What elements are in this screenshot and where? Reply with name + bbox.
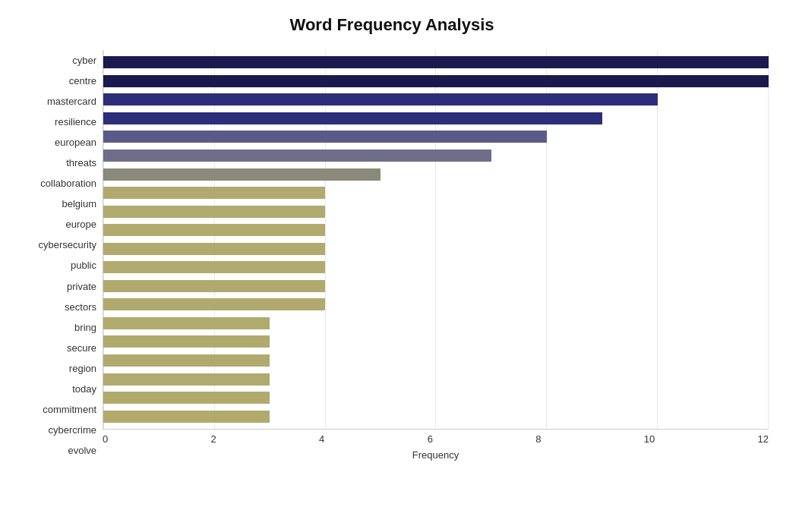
bars-wrapper [103, 50, 769, 429]
x-axis-label: Frequency [103, 449, 769, 461]
y-label: european [55, 134, 96, 151]
bar [103, 298, 325, 310]
y-label: private [67, 278, 96, 294]
chart-title: Word Frequency Analysis [15, 15, 769, 35]
bar [103, 354, 270, 367]
x-tick: 2 [211, 433, 216, 445]
y-label: bring [74, 319, 96, 335]
y-label: today [72, 380, 96, 397]
bars-and-xaxis: 024681012 Frequency [103, 50, 769, 461]
bar [103, 411, 270, 423]
bar [103, 131, 547, 143]
x-tick: 8 [535, 433, 541, 445]
bar [103, 93, 658, 105]
y-label: cybercrime [48, 421, 96, 438]
bar [103, 261, 325, 273]
y-label: belgium [62, 196, 96, 212]
bar [103, 187, 325, 199]
chart-area: cybercentremastercardresilienceeuropeant… [15, 50, 769, 461]
bar-row [103, 333, 769, 350]
y-label: sectors [65, 298, 96, 315]
bar-row [103, 241, 769, 257]
bar-row [103, 110, 769, 127]
x-tick: 4 [319, 433, 324, 445]
bar-row [103, 259, 769, 275]
bar [103, 112, 602, 124]
bar-row [103, 408, 769, 425]
y-label: resilience [55, 114, 96, 131]
y-axis: cybercentremastercardresilienceeuropeant… [15, 50, 103, 461]
bar [103, 280, 325, 292]
bar [103, 243, 325, 255]
y-label: europe [66, 216, 96, 233]
x-tick: 6 [428, 433, 433, 445]
bar-row [103, 73, 769, 90]
bar [103, 56, 769, 68]
y-label: public [71, 257, 96, 274]
x-tick: 10 [644, 433, 655, 445]
y-label: centre [69, 73, 96, 90]
y-label: region [69, 360, 96, 376]
x-tick: 0 [103, 433, 108, 445]
y-label: mastercard [47, 93, 96, 110]
bar-row [103, 371, 769, 388]
y-label: cybersecurity [38, 237, 96, 253]
chart-container: Word Frequency Analysis cybercentremaste… [0, 0, 799, 532]
x-tick: 12 [758, 433, 769, 445]
bar-row [103, 222, 769, 238]
y-label: evolve [68, 442, 96, 458]
bar-row [103, 91, 769, 108]
bar-row [103, 203, 769, 220]
bar-row [103, 352, 769, 369]
bar-row [103, 128, 769, 145]
bar-row [103, 296, 769, 313]
x-axis: 024681012 [103, 430, 769, 445]
bar [103, 335, 270, 348]
bar [103, 317, 270, 329]
y-label: commitment [43, 401, 96, 417]
bar-row [103, 389, 769, 406]
bar [103, 392, 270, 404]
bars-area [103, 50, 769, 430]
y-label: cyber [72, 52, 96, 69]
bar-row [103, 166, 769, 183]
bar [103, 150, 491, 162]
bar-row [103, 147, 769, 164]
bar [103, 373, 270, 386]
y-label: secure [67, 339, 96, 356]
bar-row [103, 184, 769, 201]
bar [103, 75, 769, 87]
bar-row [103, 315, 769, 332]
bar-row [103, 54, 769, 71]
y-label: collaboration [40, 175, 96, 192]
bar [103, 206, 325, 218]
bar [103, 224, 325, 236]
y-label: threats [66, 155, 96, 172]
bar-row [103, 278, 769, 294]
bar [103, 168, 381, 181]
